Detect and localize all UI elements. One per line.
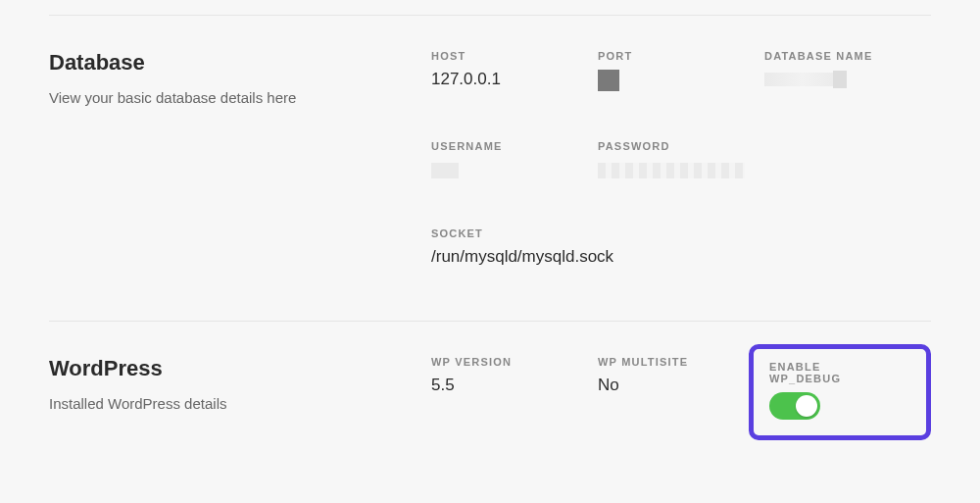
database-description: View your basic database details here bbox=[49, 89, 431, 106]
wp-version-field: WP VERSION 5.5 bbox=[431, 356, 598, 440]
username-value bbox=[431, 160, 598, 183]
database-name-label: DATABASE NAME bbox=[764, 50, 931, 62]
wp-multisite-field: WP MULTISITE No bbox=[598, 356, 764, 440]
wordpress-fields: WP VERSION 5.5 WP MULTISITE No ENABLE WP… bbox=[431, 356, 931, 440]
wordpress-left: WordPress Installed WordPress details bbox=[49, 356, 431, 440]
wordpress-description: Installed WordPress details bbox=[49, 395, 431, 412]
password-field: PASSWORD bbox=[598, 140, 764, 183]
host-label: HOST bbox=[431, 50, 598, 62]
highlight-box: ENABLE WP_DEBUG bbox=[749, 344, 931, 440]
redacted-icon bbox=[764, 73, 841, 86]
host-value: 127.0.0.1 bbox=[431, 70, 598, 89]
port-field: PORT bbox=[598, 50, 764, 96]
wp-debug-field: ENABLE WP_DEBUG bbox=[764, 356, 931, 440]
wp-multisite-value: No bbox=[598, 376, 764, 395]
socket-value: /run/mysqld/mysqld.sock bbox=[431, 247, 931, 267]
wordpress-title: WordPress bbox=[49, 356, 431, 381]
database-section: Database View your basic database detail… bbox=[49, 16, 931, 306]
database-title: Database bbox=[49, 50, 431, 75]
redacted-icon bbox=[598, 163, 745, 178]
database-left: Database View your basic database detail… bbox=[49, 50, 431, 267]
password-value bbox=[598, 160, 764, 183]
database-fields: HOST 127.0.0.1 PORT DATABASE NAME USERNA… bbox=[431, 50, 931, 267]
wordpress-section: WordPress Installed WordPress details WP… bbox=[49, 322, 931, 479]
username-label: USERNAME bbox=[431, 140, 598, 152]
host-field: HOST 127.0.0.1 bbox=[431, 50, 598, 96]
wp-debug-toggle[interactable] bbox=[769, 392, 820, 420]
port-label: PORT bbox=[598, 50, 764, 62]
password-label: PASSWORD bbox=[598, 140, 764, 152]
socket-label: SOCKET bbox=[431, 227, 931, 239]
wp-version-label: WP VERSION bbox=[431, 356, 598, 368]
username-field: USERNAME bbox=[431, 140, 598, 183]
password-spacer bbox=[764, 140, 931, 183]
wp-version-value: 5.5 bbox=[431, 376, 598, 395]
port-value bbox=[598, 70, 764, 96]
database-name-value bbox=[764, 70, 931, 91]
wp-debug-label: ENABLE WP_DEBUG bbox=[769, 361, 893, 384]
wp-multisite-label: WP MULTISITE bbox=[598, 356, 764, 368]
redacted-icon bbox=[598, 70, 619, 91]
database-name-field: DATABASE NAME bbox=[764, 50, 931, 96]
socket-field: SOCKET /run/mysqld/mysqld.sock bbox=[431, 227, 931, 267]
redacted-icon bbox=[431, 163, 459, 178]
